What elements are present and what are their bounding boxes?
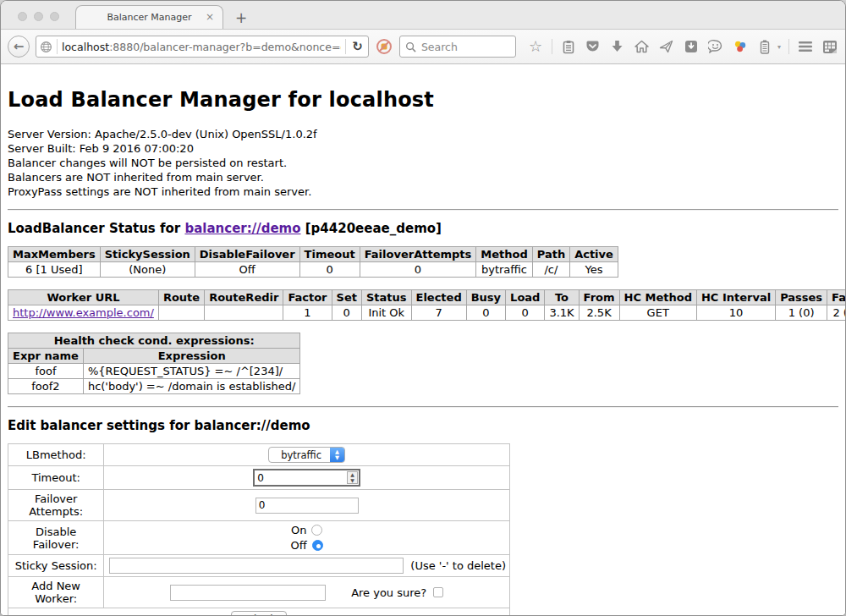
table-cell xyxy=(158,305,204,321)
table-cell: 6 [1 Used] xyxy=(8,262,101,278)
downloads-icon[interactable] xyxy=(609,38,626,55)
confirm-label: Are you sure? xyxy=(351,586,426,599)
column-header: Passes xyxy=(776,290,827,305)
column-header: DisableFailover xyxy=(195,247,299,262)
column-header: Set xyxy=(332,290,361,305)
timeout-input[interactable]: 0 ▲▼ xyxy=(253,469,360,487)
toolbar-icons: ☆ xyxy=(527,38,838,55)
column-header: Path xyxy=(532,247,569,262)
save-to-pocket-icon[interactable] xyxy=(683,38,700,55)
add-worker-label: Add New Worker: xyxy=(8,577,104,608)
failover-attempts-row: Failover Attempts: xyxy=(8,490,510,521)
edit-balancer-form: LBmethod: bytraffic ▲▼ Timeout: 0 ▲▼ xyxy=(8,443,510,616)
table-cell: Off xyxy=(195,262,299,278)
site-identity-globe-icon[interactable] xyxy=(40,41,52,53)
column-header: Route xyxy=(158,290,204,305)
toolbar-divider xyxy=(788,39,789,54)
home-icon[interactable] xyxy=(634,38,651,55)
table-row: foof2hc('body') =~ /domain is establishe… xyxy=(8,379,300,394)
table-cell: 10 xyxy=(696,305,775,321)
tab-close-icon[interactable]: × xyxy=(206,11,214,23)
lbmethod-label: LBmethod: xyxy=(8,444,104,466)
select-stepper-icon: ▲▼ xyxy=(330,448,344,462)
column-header: Status xyxy=(361,290,411,305)
disable-failover-on-radio[interactable] xyxy=(311,525,322,536)
section-divider xyxy=(8,406,838,408)
worker-url-link[interactable]: http://www.example.com/ xyxy=(13,306,154,319)
server-version-line: Server Version: Apache/2.5.0-dev (Unix) … xyxy=(8,127,838,141)
section-divider xyxy=(8,209,838,211)
table-cell: (None) xyxy=(100,262,195,278)
lbmethod-selected-value: bytraffic xyxy=(269,448,330,462)
table-cell: 1 xyxy=(283,305,332,321)
pocket-shield-icon[interactable] xyxy=(585,38,602,55)
sticky-session-row: Sticky Session: (Use '-' to delete) xyxy=(8,555,510,577)
menu-hamburger-icon[interactable] xyxy=(797,38,814,55)
balancer-demo-link[interactable]: balancer://demo xyxy=(184,221,300,236)
submit-button[interactable]: Submit xyxy=(231,611,288,616)
url-bar[interactable]: localhost:8880/balancer-manager?b=demo&n… xyxy=(36,36,369,58)
toolbar-divider xyxy=(552,39,552,54)
confirm-checkbox[interactable] xyxy=(433,587,443,597)
new-tab-button[interactable]: + xyxy=(235,11,247,25)
table-cell: Yes xyxy=(570,262,618,278)
tab-balancer-manager[interactable]: Balancer Manager × xyxy=(75,5,223,29)
send-plane-icon[interactable] xyxy=(658,38,675,55)
content-blocker-icon[interactable] xyxy=(375,37,393,56)
column-header: HC Method xyxy=(619,290,696,305)
failover-attempts-input[interactable] xyxy=(255,498,359,514)
color-dots-icon[interactable] xyxy=(732,38,749,55)
timeout-value: 0 xyxy=(255,470,346,485)
tab-bar: Balancer Manager × + xyxy=(1,1,845,29)
table-row: http://www.example.com/10Init Ok7003.1K2… xyxy=(8,305,846,321)
number-spinner-icon[interactable]: ▲▼ xyxy=(347,471,358,484)
column-header: RouteRedir xyxy=(205,290,283,305)
column-header: Active xyxy=(570,247,618,262)
back-button[interactable]: ← xyxy=(8,36,30,58)
battery-icon[interactable] xyxy=(756,38,773,55)
table-cell: http://www.example.com/ xyxy=(8,305,159,321)
lbmethod-select[interactable]: bytraffic ▲▼ xyxy=(268,447,345,463)
table-row: foof%{REQUEST_STATUS} =~ /^[234]/ xyxy=(8,364,300,379)
column-header: Fails xyxy=(827,290,845,305)
bookmark-star-icon[interactable]: ☆ xyxy=(527,38,544,55)
inherit-note-line: Balancers are NOT inherited from main se… xyxy=(8,170,838,184)
add-worker-row: Add New Worker: Are you sure? xyxy=(8,577,510,608)
urlbar-divider xyxy=(57,39,58,54)
table-cell: /c/ xyxy=(532,262,569,278)
column-header: FailoverAttempts xyxy=(360,247,476,262)
disable-failover-row: Disable Failover: On Off xyxy=(8,521,510,555)
table-cell: 2.5K xyxy=(579,305,619,321)
close-window-button[interactable] xyxy=(18,12,27,21)
search-field[interactable]: Search xyxy=(399,36,516,58)
reload-icon[interactable]: ↻ xyxy=(350,39,365,54)
column-header: Load xyxy=(506,290,545,305)
table-cell: 0 xyxy=(299,262,360,278)
disable-failover-off-radio[interactable] xyxy=(312,540,323,551)
health-check-table: Health check cond. expressions:Expr name… xyxy=(8,333,300,394)
minimize-window-button[interactable] xyxy=(34,12,43,21)
submit-row: Submit xyxy=(8,608,510,616)
timeout-row: Timeout: 0 ▲▼ xyxy=(8,466,510,490)
radio-on-label: On xyxy=(291,524,306,536)
battery-dropdown-caret-icon[interactable]: ▾ xyxy=(777,43,781,51)
persist-note-line: Balancer changes will NOT be persisted o… xyxy=(8,156,838,170)
window-controls[interactable] xyxy=(18,12,59,21)
grid-extension-icon[interactable] xyxy=(821,38,838,55)
add-worker-input[interactable] xyxy=(170,585,326,601)
table-cell: 0 xyxy=(360,262,476,278)
table-cell: 0 xyxy=(332,305,361,321)
sticky-session-input[interactable] xyxy=(109,558,404,574)
column-header: Expr name xyxy=(8,349,84,364)
url-text[interactable]: localhost:8880/balancer-manager?b=demo&n… xyxy=(62,41,341,53)
column-header: Expression xyxy=(83,349,300,364)
column-header: Factor xyxy=(283,290,332,305)
column-header: Worker URL xyxy=(8,290,159,305)
zoom-window-button[interactable] xyxy=(50,12,59,21)
table-cell: %{REQUEST_STATUS} =~ /^[234]/ xyxy=(83,364,300,379)
loadbalancer-status-heading: LoadBalancer Status for balancer://demo … xyxy=(8,221,838,236)
feedback-smiley-icon[interactable] xyxy=(707,38,724,55)
search-placeholder: Search xyxy=(421,41,458,53)
clipboard-icon[interactable] xyxy=(560,38,577,55)
column-header: Method xyxy=(476,247,532,262)
